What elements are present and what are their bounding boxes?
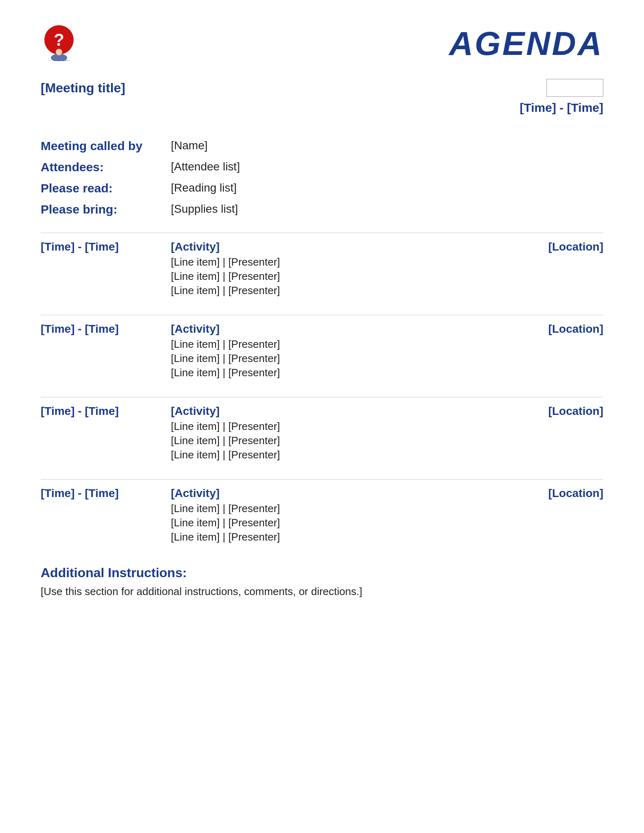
schedule-line-item: [Line item] | [Presenter] [171, 531, 498, 543]
meeting-called-by-row: Meeting called by [Name] [41, 139, 603, 153]
time-range-header: [Time] - [Time] [520, 101, 603, 115]
schedule-middle: [Activity][Line item] | [Presenter][Line… [171, 240, 498, 299]
attendees-label: Attendees: [41, 160, 171, 174]
please-bring-row: Please bring: [Supplies list] [41, 203, 603, 216]
schedule-line-item: [Line item] | [Presenter] [171, 338, 498, 351]
please-read-label: Please read: [41, 181, 171, 195]
howtowiki-logo-icon: ? How To Wiki [41, 24, 77, 61]
schedule-line-item: [Line item] | [Presenter] [171, 420, 498, 433]
please-read-row: Please read: [Reading list] [41, 181, 603, 195]
schedule-middle: [Activity][Line item] | [Presenter][Line… [171, 323, 498, 381]
info-section: Meeting called by [Name] Attendees: [Att… [41, 139, 603, 216]
schedule-time: [Time] - [Time] [41, 405, 171, 418]
attendees-row: Attendees: [Attendee list] [41, 160, 603, 174]
schedule-activity: [Activity] [171, 323, 498, 336]
schedule-row: [Time] - [Time][Activity][Line item] | [… [41, 233, 603, 299]
please-bring-value: [Supplies list] [171, 203, 238, 216]
schedule-line-item: [Line item] | [Presenter] [171, 352, 498, 365]
meeting-title-row: [Meeting title] [41, 79, 603, 97]
schedule-location: [Location] [498, 240, 603, 253]
please-read-value: [Reading list] [171, 181, 237, 194]
meeting-called-by-label: Meeting called by [41, 139, 171, 153]
schedule-activity: [Activity] [171, 240, 498, 253]
please-bring-label: Please bring: [41, 203, 171, 216]
schedule-line-item: [Line item] | [Presenter] [171, 284, 498, 297]
agenda-title: AGENDA [449, 24, 603, 63]
svg-point-3 [56, 49, 62, 55]
header: ? How To Wiki AGENDA [41, 24, 603, 63]
schedule-row: [Time] - [Time][Activity][Line item] | [… [41, 315, 603, 381]
schedule-time: [Time] - [Time] [41, 323, 171, 336]
additional-instructions-section: Additional Instructions: [Use this secti… [41, 565, 603, 598]
schedule-middle: [Activity][Line item] | [Presenter][Line… [171, 405, 498, 463]
schedule-location: [Location] [498, 323, 603, 336]
logo-area: ? How To Wiki [41, 24, 77, 61]
schedule-line-item: [Line item] | [Presenter] [171, 517, 498, 529]
meeting-title-label: [Meeting title] [41, 81, 125, 96]
schedule-section: [Time] - [Time][Activity][Line item] | [… [41, 233, 603, 545]
schedule-row: [Time] - [Time][Activity][Line item] | [… [41, 479, 603, 545]
attendees-value: [Attendee list] [171, 160, 240, 173]
schedule-line-item: [Line item] | [Presenter] [171, 434, 498, 447]
schedule-location: [Location] [498, 487, 603, 500]
time-range-header-row: [Time] - [Time] [41, 101, 603, 115]
schedule-activity: [Activity] [171, 405, 498, 418]
svg-text:How To Wiki: How To Wiki [48, 60, 70, 61]
schedule-line-item: [Line item] | [Presenter] [171, 256, 498, 268]
additional-instructions-title: Additional Instructions: [41, 565, 603, 580]
schedule-time: [Time] - [Time] [41, 240, 171, 253]
schedule-location: [Location] [498, 405, 603, 418]
date-input-box[interactable] [546, 79, 603, 97]
schedule-activity: [Activity] [171, 487, 498, 500]
schedule-line-item: [Line item] | [Presenter] [171, 366, 498, 379]
schedule-line-item: [Line item] | [Presenter] [171, 270, 498, 283]
additional-instructions-text: [Use this section for additional instruc… [41, 585, 603, 598]
meeting-called-by-value: [Name] [171, 139, 207, 152]
schedule-middle: [Activity][Line item] | [Presenter][Line… [171, 487, 498, 545]
schedule-row: [Time] - [Time][Activity][Line item] | [… [41, 397, 603, 463]
schedule-line-item: [Line item] | [Presenter] [171, 449, 498, 461]
schedule-line-item: [Line item] | [Presenter] [171, 502, 498, 515]
svg-text:?: ? [54, 30, 64, 49]
schedule-time: [Time] - [Time] [41, 487, 171, 500]
